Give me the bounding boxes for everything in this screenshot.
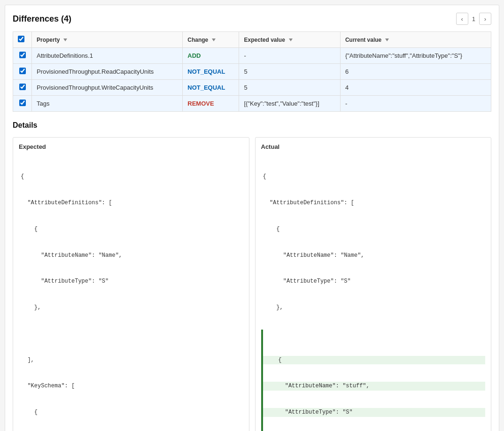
col-current: Current value [340, 32, 491, 48]
row-checkbox[interactable] [19, 100, 26, 106]
differences-table: Property Change Expected value [13, 31, 491, 112]
table-row: AttributeDefinitions.1ADD-{"AttributeNam… [13, 48, 491, 64]
select-all-checkbox[interactable] [18, 36, 24, 42]
expected-panel-title: Expected [19, 143, 243, 150]
table-row: ProvisionedThroughput.WriteCapacityUnits… [13, 80, 491, 96]
row-checkbox[interactable] [19, 68, 26, 74]
current-filter-icon[interactable] [385, 38, 389, 41]
row-checkbox[interactable] [19, 52, 26, 58]
page-title: Differences (4) [13, 14, 71, 24]
expected-code: { "AttributeDefinitions": [ { "Attribute… [19, 155, 243, 431]
row-expected: [{"Key":"test","Value":"test"}] [239, 96, 340, 112]
row-change-cell: REMOVE [183, 96, 239, 112]
row-change: NOT_EQUAL [187, 68, 225, 75]
row-expected: - [239, 48, 340, 64]
row-change: ADD [187, 52, 201, 59]
row-expected: 5 [239, 64, 340, 80]
expected-filter-icon[interactable] [289, 38, 293, 41]
row-property: AttributeDefinitions.1 [32, 48, 183, 64]
row-checkbox-cell [13, 64, 32, 80]
row-change: NOT_EQUAL [187, 84, 225, 91]
row-checkbox-cell [13, 80, 32, 96]
col-change: Change [183, 32, 239, 48]
row-property: ProvisionedThroughput.ReadCapacityUnits [32, 64, 183, 80]
row-expected: 5 [239, 80, 340, 96]
details-section: Details Expected { "AttributeDefinitions… [13, 121, 491, 431]
row-change-cell: NOT_EQUAL [183, 64, 239, 80]
pagination: ‹ 1 › [456, 13, 491, 25]
row-change: REMOVE [187, 100, 214, 107]
page-number: 1 [472, 15, 475, 23]
actual-panel: Actual { "AttributeDefinitions": [ { "At… [255, 137, 492, 431]
col-expected: Expected value [239, 32, 340, 48]
actual-panel-title: Actual [261, 143, 486, 150]
property-filter-icon[interactable] [63, 38, 67, 41]
table-row: ProvisionedThroughput.ReadCapacityUnitsN… [13, 64, 491, 80]
details-panels: Expected { "AttributeDefinitions": [ { "… [13, 137, 491, 431]
row-current: 4 [340, 80, 491, 96]
row-change-cell: NOT_EQUAL [183, 80, 239, 96]
change-filter-icon[interactable] [212, 38, 216, 41]
differences-header: Differences (4) ‹ 1 › [13, 13, 491, 25]
next-page-button[interactable]: › [479, 13, 491, 25]
expected-panel: Expected { "AttributeDefinitions": [ { "… [13, 137, 249, 431]
actual-code: { "AttributeDefinitions": [ { "Attribute… [261, 155, 486, 431]
col-checkbox [13, 32, 32, 48]
row-current: - [340, 96, 491, 112]
row-checkbox[interactable] [19, 84, 26, 90]
row-current: {"AttributeName":"stuff","AttributeType"… [340, 48, 491, 64]
row-checkbox-cell [13, 96, 32, 112]
prev-page-button[interactable]: ‹ [456, 13, 468, 25]
table-row: TagsREMOVE[{"Key":"test","Value":"test"}… [13, 96, 491, 112]
row-checkbox-cell [13, 48, 32, 64]
row-property: ProvisionedThroughput.WriteCapacityUnits [32, 80, 183, 96]
row-change-cell: ADD [183, 48, 239, 64]
details-title: Details [13, 121, 491, 130]
col-property: Property [32, 32, 183, 48]
row-current: 6 [340, 64, 491, 80]
row-property: Tags [32, 96, 183, 112]
